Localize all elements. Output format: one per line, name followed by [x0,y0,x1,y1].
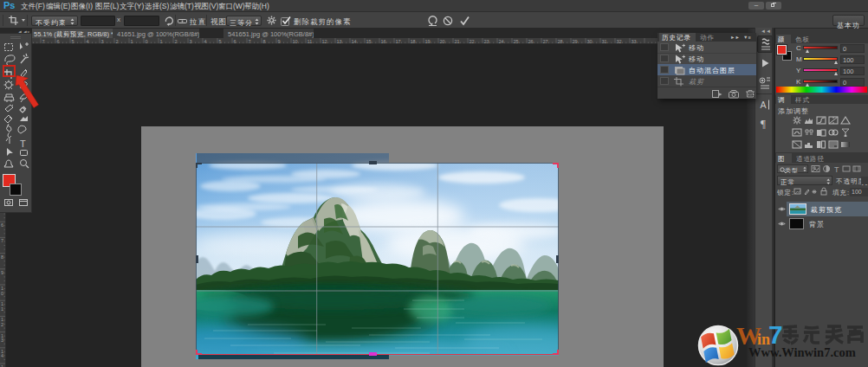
svg-text:19: 19 [425,39,431,44]
svg-text:A: A [761,100,767,110]
svg-text:15: 15 [366,39,372,44]
svg-text:¶: ¶ [761,117,766,130]
svg-text:21: 21 [455,39,460,44]
svg-text:14: 14 [352,39,357,44]
svg-text:9: 9 [1,270,3,275]
svg-text:T: T [834,165,839,174]
svg-text:T: T [20,138,26,149]
svg-text:1: 1 [1,306,3,312]
svg-text:17: 17 [396,39,401,44]
svg-text:16: 16 [381,39,386,44]
svg-text:30: 30 [587,39,593,44]
svg-text:7: 7 [1,238,3,243]
svg-text:0: 0 [1,291,3,296]
svg-text:26: 26 [528,39,534,44]
svg-text:2: 2 [1,322,3,327]
svg-text:24: 24 [499,39,504,44]
svg-text:28: 28 [558,39,563,44]
svg-text:6: 6 [1,222,3,228]
svg-text:33: 33 [632,39,637,44]
svg-text:22: 22 [470,39,475,44]
svg-text:31: 31 [602,39,607,44]
svg-text:29: 29 [573,39,578,44]
svg-text:32: 32 [617,39,622,44]
svg-text:20: 20 [440,39,445,44]
svg-text:23: 23 [484,39,489,44]
svg-text:3: 3 [1,338,3,343]
svg-text:8: 8 [1,254,3,260]
svg-text:25: 25 [514,39,519,44]
svg-text:27: 27 [543,39,548,44]
svg-text:18: 18 [411,39,416,44]
svg-text:12: 12 [322,39,327,44]
svg-text:13: 13 [337,39,342,44]
svg-text:10: 10 [293,39,298,44]
svg-text:4: 4 [1,353,3,358]
